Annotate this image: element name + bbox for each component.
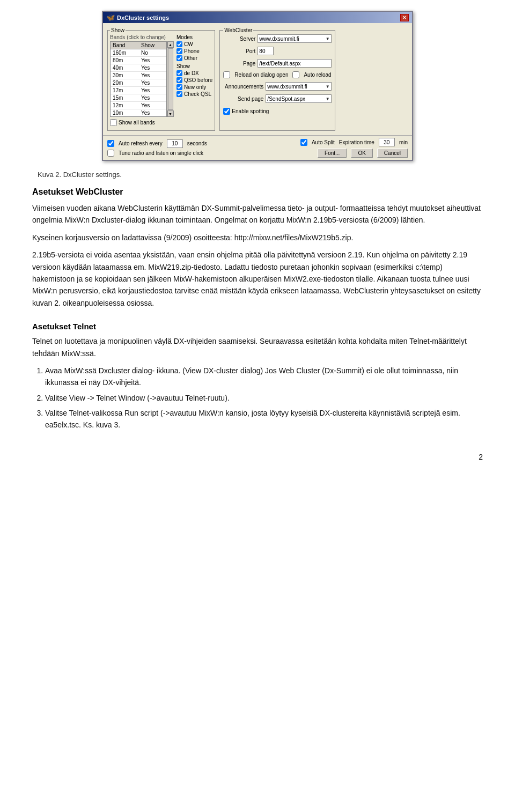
send-page-value: /SendSpot.aspx (267, 96, 305, 102)
band-row[interactable]: 80mYes (111, 57, 167, 64)
dialog-screenshot: 🦋 DxCluster settings ✕ Show Bands (click… (32, 11, 483, 161)
band-cell: 10m (111, 109, 139, 117)
section-webcluster-para1: Viimeisen vuoden aikana WebClusterin käy… (32, 202, 483, 226)
mode-label: Other (184, 55, 197, 61)
show-sub-checkbox-item: QSO before (176, 77, 212, 83)
band-row[interactable]: 12mYes (111, 102, 167, 109)
webcluster-legend: WebCluster (223, 27, 253, 33)
band-cell: 80m (111, 57, 139, 64)
section-webcluster-para2: Kyseinen korjausversio on ladattavissa (… (32, 232, 483, 243)
band-row[interactable]: 20mYes (111, 79, 167, 87)
font-button[interactable]: Font... (318, 149, 347, 158)
show-sub-label: New only (184, 84, 206, 90)
page-input[interactable] (258, 59, 331, 68)
mode-checkbox[interactable] (176, 41, 182, 47)
show-sub-checkbox[interactable] (176, 91, 182, 97)
show-sub-checkbox[interactable] (176, 84, 182, 90)
section-telnet-intro: Telnet on luotettava ja monipuolinen väy… (32, 335, 483, 359)
announcements-label: Announcements (223, 84, 263, 90)
show-cell: Yes (139, 87, 167, 94)
auto-refresh-input[interactable] (167, 139, 183, 148)
auto-refresh-checkbox[interactable] (107, 140, 114, 147)
show-cell: Yes (139, 57, 167, 64)
reload-row: Reload on dialog open Auto reload (223, 71, 331, 78)
seconds-label: seconds (187, 141, 207, 146)
send-page-dropdown[interactable]: /SendSpot.aspx ▼ (266, 94, 331, 103)
bottom-left: Auto refresh every seconds Tune radio an… (107, 139, 296, 157)
webcluster-panel: WebCluster Server www.dxsummit.fi ▼ Port (219, 27, 335, 131)
show-all-bands-label: Show all bands (119, 120, 155, 126)
bands-table-container: Band Show 160mNo80mYes40mYes30mYes20mYes… (110, 41, 173, 117)
page-number: 2 (32, 453, 483, 461)
server-row: Server www.dxsummit.fi ▼ (223, 34, 331, 43)
enable-spotting-label: Enable spotting (232, 108, 269, 114)
expiration-input[interactable] (379, 138, 395, 146)
show-all-bands-checkbox[interactable] (110, 119, 117, 126)
announcements-dropdown-arrow: ▼ (326, 84, 330, 89)
mode-checkbox[interactable] (176, 48, 182, 54)
bands-label: Bands (click to change) (110, 34, 173, 40)
auto-reload-checkbox[interactable] (292, 71, 299, 78)
server-dropdown[interactable]: www.dxsummit.fi ▼ (258, 34, 331, 43)
show-sub-checkbox-item: de DX (176, 70, 212, 76)
announcements-dropdown[interactable]: www.dxsummit.fi ▼ (266, 82, 331, 91)
bottom-row-1: Auto refresh every seconds Tune radio an… (107, 138, 408, 158)
band-cell: 15m (111, 94, 139, 102)
auto-split-row: Auto Split Expiration time min (300, 138, 408, 146)
band-cell: 17m (111, 87, 139, 94)
mode-checkbox-item: Other (176, 55, 212, 61)
dialog-bottom: Auto refresh every seconds Tune radio an… (103, 135, 412, 160)
show-sub-checkbox-item: New only (176, 84, 212, 90)
mode-checkbox[interactable] (176, 55, 182, 61)
scroll-down-arrow[interactable]: ▼ (167, 110, 174, 117)
band-row[interactable]: 160mNo (111, 49, 167, 57)
port-input[interactable] (258, 47, 274, 55)
scroll-thumb[interactable] (168, 48, 173, 110)
port-row: Port (223, 47, 331, 55)
reload-on-dialog-label: Reload on dialog open (234, 72, 288, 78)
show-subsection: Show de DXQSO beforeNew onlyCheck QSL (176, 63, 212, 97)
band-cell: 40m (111, 64, 139, 72)
bands-scrollbar[interactable]: ▲ ▼ (167, 41, 173, 117)
show-sub-checkbox-item: Check QSL (176, 91, 212, 97)
band-cell: 160m (111, 49, 139, 57)
ok-button[interactable]: OK (351, 149, 372, 158)
tune-radio-label: Tune radio and listen on single click (119, 150, 203, 156)
show-cell: Yes (139, 94, 167, 102)
band-row[interactable]: 10mYes (111, 109, 167, 117)
wc-right-panel: Server www.dxsummit.fi ▼ Port Page (223, 34, 331, 115)
section-telnet: Asetukset Telnet Telnet on luotettava ja… (32, 322, 483, 431)
auto-split-checkbox[interactable] (300, 139, 307, 146)
enable-spotting-checkbox[interactable] (223, 108, 230, 115)
scroll-up-arrow[interactable]: ▲ (167, 41, 174, 48)
band-row[interactable]: 40mYes (111, 64, 167, 72)
show-sub-checkbox[interactable] (176, 70, 182, 76)
announcements-row: Announcements www.dxsummit.fi ▼ (223, 82, 331, 91)
section-webcluster-heading: Asetukset WebCluster (32, 187, 483, 197)
show-sub-checkbox[interactable] (176, 77, 182, 83)
port-label: Port (223, 48, 255, 54)
modes-checkboxes: CWPhoneOther (176, 41, 212, 61)
telnet-step-3: Valitse Telnet-valikossa Run script (->a… (45, 407, 483, 431)
send-page-dropdown-arrow: ▼ (326, 97, 330, 101)
page-label: Page (223, 61, 255, 67)
section-webcluster-para3: 2.19b5-versiota ei voida asentaa yksistä… (32, 249, 483, 309)
section-webcluster: Asetukset WebCluster Viimeisen vuoden ai… (32, 187, 483, 309)
band-row[interactable]: 17mYes (111, 87, 167, 94)
reload-on-dialog-checkbox[interactable] (223, 71, 230, 78)
cancel-button[interactable]: Cancel (377, 149, 408, 158)
app-icon: 🦋 (106, 13, 115, 21)
band-row[interactable]: 30mYes (111, 72, 167, 79)
show-sub-label: QSO before (184, 77, 212, 83)
expiration-label: Expiration time (339, 139, 374, 145)
band-row[interactable]: 15mYes (111, 94, 167, 102)
band-cell: 30m (111, 72, 139, 79)
close-button[interactable]: ✕ (400, 14, 409, 21)
tune-radio-checkbox[interactable] (107, 150, 114, 157)
dialog-title-left: 🦋 DxCluster settings (106, 13, 169, 21)
dxcluster-dialog: 🦋 DxCluster settings ✕ Show Bands (click… (102, 11, 413, 161)
mode-label: CW (184, 41, 193, 47)
mode-label: Phone (184, 48, 200, 54)
modes-column: Modes CWPhoneOther Show de DXQSO beforeN… (176, 34, 212, 129)
show-cell: Yes (139, 102, 167, 109)
